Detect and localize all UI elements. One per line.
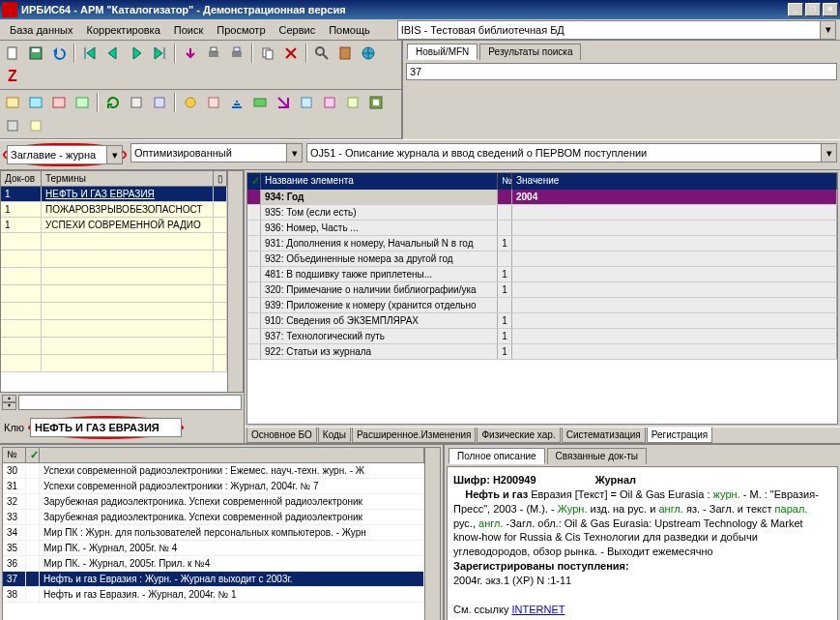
- tb2-2[interactable]: [25, 92, 46, 113]
- prev-icon[interactable]: [102, 43, 124, 64]
- tb2-9[interactable]: [203, 92, 224, 113]
- tab-search-results[interactable]: Результаты поиска: [479, 44, 581, 60]
- tb2-17[interactable]: [2, 115, 23, 136]
- element-row[interactable]: 939: Приложение к номеру (хранится отдел…: [247, 298, 837, 313]
- search-icon[interactable]: [311, 43, 333, 64]
- minimize-button[interactable]: _: [788, 3, 803, 16]
- tab-new-mfn[interactable]: Новый/MFN: [407, 44, 478, 60]
- tb2-11[interactable]: [249, 92, 271, 113]
- term-row[interactable]: 1УСПЕХИ СОВРЕМЕННОЙ РАДИО: [1, 218, 227, 233]
- delete-icon[interactable]: [280, 43, 302, 64]
- elements-grid[interactable]: ✓ Название элемента № Значение 934: Год2…: [246, 172, 838, 425]
- record-row[interactable]: 36Мир ПК. - Журнал, 2005г. Прил. к №4: [3, 556, 424, 572]
- chevron-down-icon[interactable]: ▾: [106, 146, 122, 163]
- terms-grid[interactable]: Док-ов Термины ▯ 1НЕФТЬ И ГАЗ ЕВРАЗИЯ1ПО…: [0, 170, 244, 393]
- tb2-4[interactable]: [72, 92, 93, 113]
- col-unknown[interactable]: ▯: [214, 171, 227, 186]
- worksheet-combo[interactable]: OJ51 - Описание журнала и ввод сведений …: [306, 143, 837, 162]
- spinner[interactable]: ▴▾: [2, 395, 16, 410]
- worksheet-tab[interactable]: Основное БО: [246, 428, 317, 443]
- worksheet-tab[interactable]: Коды: [318, 428, 351, 443]
- database-combo[interactable]: IBIS - Тестовая библиотечная БД ▾: [397, 20, 836, 40]
- print-icon[interactable]: [203, 43, 224, 64]
- element-row[interactable]: 934: Год2004: [247, 190, 837, 205]
- scrollbar[interactable]: [227, 171, 243, 392]
- tab-full-desc[interactable]: Полное описание: [449, 448, 545, 464]
- menu-search[interactable]: Поиск: [168, 22, 209, 38]
- element-row[interactable]: 936: Номер, Часть ...: [247, 221, 837, 236]
- save-icon[interactable]: [25, 43, 46, 64]
- col-value[interactable]: Значение: [512, 173, 837, 190]
- chevron-down-icon[interactable]: ▾: [820, 21, 835, 39]
- tb2-12[interactable]: [273, 92, 294, 113]
- tb2-14[interactable]: [319, 92, 340, 113]
- tb2-6[interactable]: [126, 92, 147, 113]
- element-row[interactable]: 937: Технологический путь1: [247, 329, 837, 344]
- record-row[interactable]: 32Зарубежная радиоэлектроника. Успехи со…: [3, 494, 424, 510]
- menu-help[interactable]: Помощь: [323, 22, 376, 38]
- arrow-down-icon[interactable]: [180, 43, 201, 64]
- element-row[interactable]: 932: Объединенные номера за другой год: [247, 251, 837, 267]
- col-desc[interactable]: [40, 448, 424, 462]
- globe-icon[interactable]: [358, 43, 379, 64]
- col-element-name[interactable]: Название элемента: [261, 173, 498, 190]
- worksheet-tab[interactable]: Систематизация: [562, 428, 646, 443]
- tb2-8[interactable]: [180, 92, 201, 113]
- last-icon[interactable]: [149, 43, 170, 64]
- tb2-18[interactable]: [25, 115, 46, 136]
- worksheet-tab[interactable]: Расширенное.Изменения: [352, 428, 476, 443]
- new-icon[interactable]: [2, 43, 23, 64]
- col-terms[interactable]: Термины: [42, 171, 214, 186]
- first-icon[interactable]: [79, 43, 101, 64]
- element-row[interactable]: 320: Примечание о наличии библиографии/у…: [247, 282, 837, 298]
- title-type-combo[interactable]: Заглавие - журна ▾: [7, 145, 123, 164]
- record-row[interactable]: 30Успехи современной радиоэлектроники : …: [3, 463, 424, 479]
- col-doc-count[interactable]: Док-ов: [1, 171, 42, 186]
- element-row[interactable]: 922: Статьи из журнала1: [247, 344, 837, 360]
- z-icon[interactable]: Z: [2, 66, 23, 87]
- tb2-10[interactable]: [226, 92, 247, 113]
- tb2-16[interactable]: [365, 92, 387, 113]
- menu-database[interactable]: База данных: [4, 22, 79, 38]
- menu-service[interactable]: Сервис: [274, 22, 322, 38]
- maximize-button[interactable]: □: [805, 3, 821, 16]
- copy-icon[interactable]: [257, 43, 278, 64]
- col-number[interactable]: №: [3, 448, 26, 462]
- record-row[interactable]: 31Успехи современной радиоэлектроники : …: [3, 479, 424, 494]
- record-row[interactable]: 37Нефть и газ Евразия : Журн. - Журнал в…: [3, 572, 424, 587]
- refresh-icon[interactable]: [102, 92, 124, 113]
- key-input[interactable]: [30, 418, 182, 437]
- tab-related[interactable]: Связанные док-ты: [547, 448, 647, 464]
- menu-edit[interactable]: Корректировка: [81, 22, 166, 38]
- worksheet-tab[interactable]: Регистрация: [647, 428, 712, 443]
- records-list[interactable]: № ✓ 30Успехи современной радиоэлектроник…: [2, 447, 441, 620]
- mode-combo[interactable]: Оптимизированный ▾: [130, 143, 303, 162]
- tb2-15[interactable]: [342, 92, 363, 113]
- tb2-7[interactable]: [149, 92, 170, 113]
- book-icon[interactable]: [334, 43, 356, 64]
- term-row[interactable]: 1НЕФТЬ И ГАЗ ЕВРАЗИЯ: [1, 187, 227, 202]
- internet-link[interactable]: INTERNET: [511, 604, 565, 615]
- col-check[interactable]: ✓: [247, 173, 261, 190]
- col-mark[interactable]: ✓: [26, 448, 40, 462]
- chevron-down-icon[interactable]: ▾: [821, 144, 836, 162]
- element-row[interactable]: 910: Сведения об ЭКЗЕМПЛЯРАХ1: [247, 313, 837, 329]
- col-num[interactable]: №: [498, 173, 512, 190]
- menu-view[interactable]: Просмотр: [211, 22, 271, 38]
- undo-icon[interactable]: [48, 43, 70, 64]
- print2-icon[interactable]: [226, 43, 247, 64]
- chevron-down-icon[interactable]: ▾: [286, 144, 302, 162]
- next-icon[interactable]: [126, 43, 147, 64]
- element-row[interactable]: 481: В подшивку также приплетены...1: [247, 267, 837, 282]
- record-row[interactable]: 35Мир ПК. - Журнал, 2005г. № 4: [3, 541, 424, 556]
- tb2-13[interactable]: [296, 92, 317, 113]
- record-row[interactable]: 38Нефть и газ Евразия. - Журнал, 2004г. …: [3, 587, 424, 603]
- record-row[interactable]: 34Мир ПК : Журн. для пользователей персо…: [3, 525, 424, 541]
- element-row[interactable]: 931: Дополнения к номеру, Начальный N в …: [247, 236, 837, 251]
- mfn-input[interactable]: [406, 63, 837, 80]
- close-button[interactable]: ×: [823, 3, 838, 16]
- tb2-1[interactable]: [2, 92, 23, 113]
- record-row[interactable]: 33Зарубежная радиоэлектроника. Успехи со…: [3, 510, 424, 525]
- term-row[interactable]: 1ПОЖАРОВЗРЫВОБЕЗОПАСНОСТ: [1, 202, 227, 218]
- tb2-3[interactable]: [48, 92, 70, 113]
